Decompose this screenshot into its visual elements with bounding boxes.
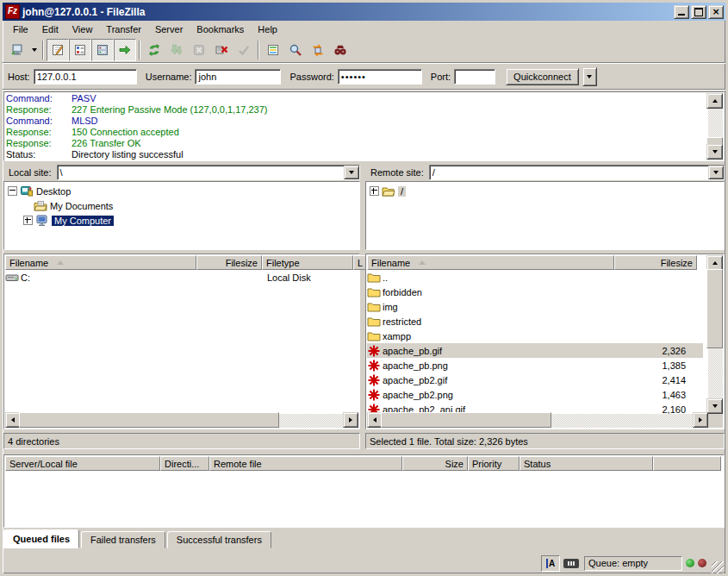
local-status-bar: 4 directories [3, 433, 360, 449]
tree-item-my-computer[interactable]: My Computer [8, 213, 359, 228]
column-remote-file[interactable]: Remote file [209, 456, 402, 471]
maximize-button[interactable] [691, 5, 706, 19]
file-row[interactable]: .. [367, 270, 703, 285]
combo-dropdown-button[interactable] [344, 166, 359, 179]
file-row[interactable]: apache_pb2.gif 2,414 [367, 373, 703, 387]
directory-comparison-button[interactable] [329, 39, 352, 61]
toggle-message-log-button[interactable] [47, 39, 69, 61]
site-manager-button[interactable] [6, 39, 28, 61]
remote-site-combo[interactable]: / [429, 165, 725, 180]
column-status[interactable]: Status [520, 456, 653, 471]
menu-bookmarks[interactable]: Bookmarks [190, 22, 251, 36]
local-site-pane: Local site: \ Desktop My Documents [3, 164, 360, 252]
log-line: Status:Directory listing successful [6, 149, 706, 160]
refresh-icon [147, 43, 161, 57]
quickconnect-button[interactable]: Quickconnect [506, 68, 579, 85]
menu-transfer[interactable]: Transfer [99, 22, 148, 36]
column-filetype[interactable]: Filetype [262, 255, 353, 270]
scroll-thumb[interactable] [381, 412, 551, 428]
refresh-button[interactable] [143, 39, 165, 61]
site-manager-dropdown-button[interactable] [28, 40, 40, 60]
local-list-body: C: Local Disk [5, 270, 358, 414]
process-queue-button[interactable] [165, 39, 188, 61]
scroll-up-button[interactable] [706, 93, 723, 109]
maximize-icon [694, 8, 703, 16]
file-row[interactable]: restricted [367, 314, 703, 329]
scroll-right-button[interactable] [343, 412, 358, 428]
menu-view[interactable]: View [65, 22, 100, 36]
column-priority[interactable]: Priority [468, 456, 520, 471]
close-button[interactable]: × [708, 5, 724, 19]
toolbar-separator [42, 41, 44, 59]
tab-queued-files[interactable]: Queued files [3, 529, 79, 548]
password-input[interactable] [338, 69, 422, 85]
transfer-queue: Server/Local file Directi... Remote file… [3, 454, 725, 528]
toggle-queue-button[interactable] [114, 39, 136, 61]
remote-tree: / [365, 181, 725, 250]
log-line: Response:150 Connection accepted [6, 127, 706, 138]
file-row-selected[interactable]: apache_pb.gif 2,326 [367, 343, 703, 358]
reconnect-button[interactable] [233, 39, 255, 61]
file-row[interactable]: apache_pb.png 1,385 [367, 358, 703, 373]
combo-dropdown-button[interactable] [708, 166, 724, 179]
column-filesize[interactable]: Filesize [614, 255, 697, 270]
local-site-combo[interactable]: \ [57, 165, 360, 180]
quickconnect-bar: Host: Username: Password: Port: Quickcon… [3, 64, 725, 89]
column-filename[interactable]: Filename [5, 255, 196, 270]
port-input[interactable] [454, 69, 495, 85]
local-status-text: 4 directories [8, 436, 59, 447]
tree-item-desktop[interactable]: Desktop [8, 184, 359, 198]
column-direction[interactable]: Directi... [160, 456, 209, 471]
disconnect-button[interactable] [210, 39, 233, 61]
resize-grip[interactable] [712, 561, 724, 573]
file-row[interactable]: C: Local Disk [5, 270, 358, 285]
menu-edit[interactable]: Edit [35, 22, 65, 36]
scroll-down-button[interactable] [706, 398, 723, 414]
scroll-down-button[interactable] [706, 144, 723, 160]
minimize-icon [678, 14, 685, 16]
arrow-right-icon [699, 417, 702, 423]
process-queue-icon [170, 43, 184, 57]
recv-activity-led [686, 559, 694, 567]
filter-button[interactable] [262, 39, 284, 61]
expand-icon[interactable] [370, 186, 379, 196]
file-row[interactable]: xampp [367, 329, 703, 343]
expand-icon[interactable] [23, 216, 33, 225]
tree-item-label: Desktop [36, 186, 71, 197]
file-row[interactable]: apache_pb2.png 1,463 [367, 387, 703, 402]
send-activity-led [698, 559, 706, 567]
menu-server[interactable]: Server [148, 22, 190, 36]
collapse-icon[interactable] [8, 186, 17, 196]
column-size[interactable]: Size [402, 456, 468, 471]
minimize-button[interactable] [674, 5, 689, 19]
scroll-thumb[interactable] [706, 269, 723, 348]
menu-help[interactable]: Help [251, 22, 284, 36]
scroll-right-button[interactable] [693, 412, 708, 428]
toolbar-separator [139, 41, 140, 59]
column-server-local-file[interactable]: Server/Local file [5, 456, 160, 471]
search-button[interactable] [284, 39, 307, 61]
remote-tree-icon [96, 43, 109, 57]
file-row[interactable]: forbidden [367, 285, 703, 299]
sort-ascending-icon [419, 260, 426, 265]
log-line: Command:MLSD [6, 116, 706, 127]
tab-successful-transfers[interactable]: Successful transfers [167, 531, 271, 548]
message-log: Command:PASV Response:227 Entering Passi… [3, 91, 725, 161]
column-filename[interactable]: Filename [367, 255, 614, 270]
menu-file[interactable]: File [6, 22, 35, 36]
cancel-button[interactable] [188, 39, 210, 61]
local-site-label: Local site: [3, 167, 57, 178]
synchronized-browsing-button[interactable] [307, 39, 329, 61]
column-filler [653, 456, 721, 471]
tree-item-my-documents[interactable]: My Documents [8, 198, 359, 213]
scroll-thumb[interactable] [19, 412, 279, 428]
quickconnect-dropdown-button[interactable] [582, 67, 597, 86]
file-row[interactable]: img [367, 299, 703, 314]
tree-item-root[interactable]: / [370, 184, 724, 198]
toggle-remote-tree-button[interactable] [91, 39, 114, 61]
host-input[interactable] [34, 69, 137, 85]
toggle-local-tree-button[interactable] [69, 39, 91, 61]
column-filesize[interactable]: Filesize [196, 255, 262, 270]
username-input[interactable] [195, 69, 281, 85]
tab-failed-transfers[interactable]: Failed transfers [81, 531, 165, 548]
